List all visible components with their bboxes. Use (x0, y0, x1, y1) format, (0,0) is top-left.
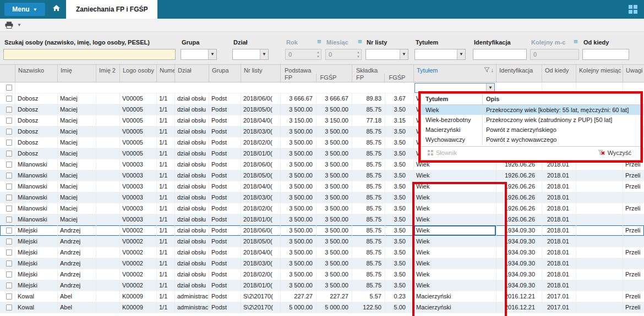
row-checkbox[interactable] (6, 217, 12, 223)
cell-od[interactable]: 2018.01 (542, 247, 576, 258)
cell-p1[interactable]: 3 150.00 (281, 115, 316, 126)
cell-uw[interactable]: Przeli (623, 291, 644, 302)
cell-dz[interactable]: dział obsłu (175, 247, 209, 258)
cell-i[interactable]: Maciej (58, 214, 96, 225)
cell-id[interactable]: 1926.06.26 (496, 192, 542, 203)
cell-p2[interactable]: 3 500.00 (316, 280, 352, 291)
spinner-arrows-icon[interactable]: ▲▼ (357, 50, 360, 59)
cell-i[interactable]: Maciej (58, 93, 96, 104)
rok-equals-filter-icon[interactable]: ≡ (317, 38, 321, 45)
row-checkbox[interactable] (6, 184, 12, 190)
cell-nl[interactable]: 2018/03/0( (241, 192, 281, 203)
cell-p1[interactable]: 3 500.00 (281, 247, 316, 258)
cell-i2[interactable] (96, 302, 120, 313)
cell-ty[interactable]: Wiek (414, 214, 496, 225)
cell-od[interactable]: 2018.01 (542, 181, 576, 192)
cell-id[interactable]: 1934.09.30 (496, 225, 542, 236)
cell-p2[interactable]: 227.27 (316, 291, 352, 302)
table-row[interactable]: MilanowskiMaciejV000031/1dział obsłuPods… (0, 203, 644, 214)
cell-s1[interactable]: 77.18 (352, 115, 385, 126)
cell-gr[interactable]: Podst (209, 291, 241, 302)
cell-lg[interactable]: V00005 (120, 137, 157, 148)
cell-gr[interactable]: Podst (209, 280, 241, 291)
table-row[interactable]: MilanowskiMaciejV000031/1dział obsłuPods… (0, 214, 644, 225)
cell-p2[interactable]: 3 500.00 (316, 203, 352, 214)
cell-i[interactable]: Maciej (58, 159, 96, 170)
cell-n[interactable]: Dobosz (15, 148, 58, 159)
cell-n[interactable]: Kowal (15, 302, 58, 313)
cell-i[interactable]: Maciej (58, 148, 96, 159)
cell-p2[interactable]: 5 000.00 (316, 302, 352, 313)
cell-n[interactable]: Kowal (15, 291, 58, 302)
col-header-uwagi[interactable]: Uwagi (623, 65, 644, 82)
col-header-podstawa-fgsp[interactable]: FGŚP (316, 74, 352, 82)
cell-lg[interactable]: V00002 (120, 236, 157, 247)
col-header-nazwisko[interactable]: Nazwisko (15, 65, 58, 82)
cell-nl[interactable]: 2018/02/0( (241, 137, 281, 148)
cell-nm[interactable]: 1/1 (157, 159, 175, 170)
cell-s1[interactable]: 85.75 (352, 247, 385, 258)
cell-gr[interactable]: Podst (209, 203, 241, 214)
cell-s2[interactable]: 3.50 (385, 159, 414, 170)
cell-p2[interactable]: 3 500.00 (316, 104, 352, 115)
search-input[interactable] (3, 49, 176, 60)
cell-ty[interactable]: Wiek (414, 181, 496, 192)
spinner-arrows-icon[interactable]: ▲▼ (316, 50, 320, 59)
cell-s2[interactable]: 3.50 (385, 214, 414, 225)
cell-p1[interactable]: 3 500.00 (281, 203, 316, 214)
cell-ty[interactable]: Wiek (414, 258, 496, 269)
cell-i2[interactable] (96, 148, 120, 159)
cell-s1[interactable]: 85.75 (352, 214, 385, 225)
cell-ty[interactable]: Wiek (414, 269, 496, 280)
cell-p2[interactable]: 3 150.00 (316, 115, 352, 126)
row-checkbox[interactable] (6, 96, 12, 102)
cell-i[interactable]: Maciej (58, 170, 96, 181)
cell-n[interactable]: Milejski (15, 269, 58, 280)
cell-lg[interactable]: V00003 (120, 192, 157, 203)
cell-s1[interactable]: 85.75 (352, 181, 385, 192)
cell-s2[interactable]: 3.50 (385, 192, 414, 203)
cell-s2[interactable]: 3.50 (385, 225, 414, 236)
cell-p1[interactable]: 3 500.00 (281, 192, 316, 203)
dropdown-option[interactable]: MacierzyńskiPowrót z macierzyńskiego (421, 125, 640, 135)
cell-id[interactable]: 1934.09.30 (496, 236, 542, 247)
row-checkbox[interactable] (6, 162, 12, 168)
cell-od[interactable]: 2018.01 (542, 225, 576, 236)
cell-i[interactable]: Abel (58, 291, 96, 302)
cell-i2[interactable] (96, 258, 120, 269)
cell-s2[interactable]: 3.50 (385, 280, 414, 291)
cell-s2[interactable]: 3.67 (385, 93, 414, 104)
table-row[interactable]: KowalAbelK000091/1administracPodstS\2\20… (0, 291, 644, 302)
rok-spinner[interactable]: 0▲▼ (285, 49, 321, 60)
cell-nl[interactable]: 2018/01/0( (241, 280, 281, 291)
apps-grid-icon[interactable] (629, 5, 637, 14)
cell-i[interactable]: Andrzej (58, 236, 96, 247)
cell-nm[interactable]: 1/1 (157, 170, 175, 181)
col-header-imie[interactable]: Imię (58, 65, 96, 82)
cell-p2[interactable]: 3 500.00 (316, 170, 352, 181)
col-header-podstawa[interactable]: Podstawa (281, 65, 352, 74)
cell-n[interactable]: Milejski (15, 280, 58, 291)
cell-s1[interactable]: 85.75 (352, 192, 385, 203)
cell-dz[interactable]: administrac (175, 291, 209, 302)
cell-s2[interactable]: 3.50 (385, 170, 414, 181)
cell-nl[interactable]: 2018/02/0( (241, 203, 281, 214)
col-header-logo-osoby[interactable]: Logo osoby (120, 65, 157, 82)
cell-id[interactable]: 2016.12.21 (496, 291, 542, 302)
cell-i2[interactable] (96, 203, 120, 214)
row-checkbox[interactable] (6, 250, 12, 256)
cell-i[interactable]: Maciej (58, 181, 96, 192)
cell-km[interactable] (576, 258, 623, 269)
cell-lg[interactable]: V00005 (120, 115, 157, 126)
printer-options-chevron-icon[interactable]: ▼ (17, 23, 21, 27)
cell-id[interactable]: 1934.09.30 (496, 269, 542, 280)
cell-lg[interactable]: K00009 (120, 291, 157, 302)
cell-n[interactable]: Dobosz (15, 104, 58, 115)
cell-i[interactable]: Maciej (58, 192, 96, 203)
cell-id[interactable]: 1934.09.30 (496, 247, 542, 258)
cell-lg[interactable]: K00009 (120, 302, 157, 313)
cell-s2[interactable]: 5.00 (385, 302, 414, 313)
cell-s1[interactable]: 85.75 (352, 225, 385, 236)
cell-gr[interactable]: Podst (209, 192, 241, 203)
col-header-skladka-fp[interactable]: FP (352, 74, 385, 82)
